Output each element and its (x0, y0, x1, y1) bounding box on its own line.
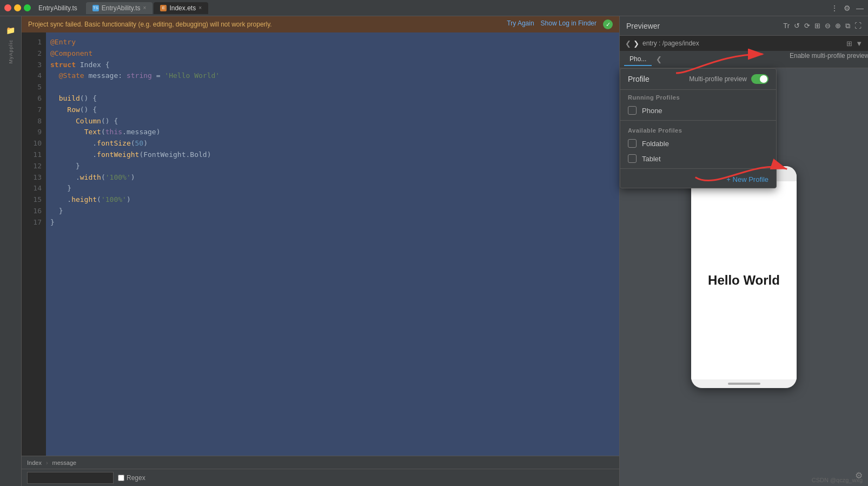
previewer-path-bar: ❮ ❯ entry : /pages/index ⊞ ▼ (620, 36, 868, 51)
settings-icon[interactable]: ⚙ (844, 4, 851, 12)
tab-index-ets[interactable]: E Index.ets × (154, 2, 208, 14)
tab-close-entry[interactable]: × (143, 5, 147, 11)
minimize-button[interactable]: − (14, 4, 21, 11)
tablet-checkbox[interactable] (628, 154, 637, 163)
previewer-title: Previewer (626, 22, 660, 30)
editor-area: Project sync failed. Basic functionality… (22, 16, 619, 486)
line-numbers: 1 2 3 4 5 6 7 8 9 10 11 12 13 14 15 16 1… (22, 32, 46, 456)
sidebar-label: MyApplic (8, 40, 14, 64)
breadcrumb-sep: › (46, 459, 48, 466)
profile-tab-label: Pho... (630, 55, 646, 63)
code-editor[interactable]: 1 2 3 4 5 6 7 8 9 10 11 12 13 14 15 16 1… (22, 32, 619, 456)
phone-label: Phone (642, 107, 662, 115)
search-input[interactable] (27, 472, 114, 484)
bottom-search-bar: Regex (22, 469, 619, 486)
status-bar: Index › message (22, 456, 619, 469)
tablet-label: Tablet (642, 155, 661, 163)
path-nav: ❮ ❯ (625, 40, 639, 48)
fullscreen-icon[interactable]: ⛶ (854, 22, 862, 30)
nav-left-icon[interactable]: ❮ (625, 40, 631, 48)
code-line-13: .width('100%') (46, 172, 619, 183)
code-line-5 (46, 82, 619, 93)
dropdown-item-tablet[interactable]: Tablet (620, 151, 776, 166)
try-again-button[interactable]: Try Again (507, 19, 534, 29)
dropdown-header: Profile Multi-profile preview (620, 69, 776, 90)
nav-right-icon[interactable]: ❯ (633, 40, 639, 48)
notification-message: Project sync failed. Basic functionality… (28, 21, 272, 28)
grid-view-icon[interactable]: ⊞ (846, 40, 852, 48)
code-line-2: @Component (46, 48, 619, 60)
dropdown-item-foldable[interactable]: Foldable (620, 136, 776, 151)
project-icon: 📁 (3, 23, 18, 38)
enable-multi-label: Enable multi-profile preview (790, 52, 868, 60)
multi-profile-section: Multi-profile preview (689, 74, 768, 84)
tab-label-index: Index.ets (169, 4, 196, 12)
code-line-1: @Entry (46, 37, 619, 48)
running-profiles-section: Running Profiles (620, 90, 776, 103)
notification-actions: Try Again Show Log in Finder ✓ (507, 19, 613, 29)
title-bar-right: ⋮ ⚙ — (831, 4, 864, 12)
device-frame: Hello World (691, 166, 797, 388)
new-profile-button[interactable]: + New Profile (620, 171, 776, 188)
hello-world-text: Hello World (708, 273, 780, 288)
editor-tabs: TS EntryAbility.ts × E Index.ets × (86, 2, 208, 14)
code-line-14: } (46, 183, 619, 194)
zoom-in-icon[interactable]: ⊕ (835, 22, 841, 30)
minus-icon[interactable]: — (856, 4, 864, 12)
multi-profile-toggle[interactable] (751, 74, 768, 84)
code-line-10: .fontSize(50) (46, 138, 619, 149)
main-layout: 📁 MyApplic Project sync failed. Basic fu… (0, 16, 868, 486)
tr-icon[interactable]: Tr (783, 22, 790, 30)
close-button[interactable]: × (4, 4, 11, 11)
regex-checkbox[interactable] (118, 475, 124, 481)
code-line-7: Row() { (46, 104, 619, 116)
code-lines[interactable]: @Entry @Component struct Index { @State … (46, 32, 619, 456)
dropdown-arrow-icon[interactable]: ▼ (856, 40, 863, 48)
code-line-4: @State message: string = 'Hello World' (46, 70, 619, 82)
tab-label-entry: EntryAbility.ts (102, 4, 141, 12)
rotate-icon[interactable]: ⟳ (804, 22, 810, 30)
title-bar: × − □ EntryAbility.ts TS EntryAbility.ts… (0, 0, 868, 16)
app-title: EntryAbility.ts (38, 4, 77, 12)
tab-icon-ets: E (160, 5, 167, 11)
regex-label-text: Regex (127, 474, 145, 482)
code-line-6: build() { (46, 93, 619, 104)
refresh-icon[interactable]: ↺ (794, 22, 800, 30)
code-line-16: } (46, 206, 619, 217)
grid-icon[interactable]: ⊞ (814, 22, 820, 30)
device-screen: Hello World (691, 181, 797, 379)
phone-checkbox[interactable] (628, 106, 637, 115)
available-profiles-section: Available Profiles (620, 123, 776, 136)
tab-entry-ability[interactable]: TS EntryAbility.ts × (86, 2, 153, 14)
tab-left-arrow[interactable]: ❮ (656, 55, 662, 63)
regex-label[interactable]: Regex (118, 474, 145, 482)
maximize-button[interactable]: □ (24, 4, 31, 11)
toggle-knob (760, 75, 767, 83)
watermark: CSDN @qczg_wxg (812, 477, 863, 483)
code-line-15: .height('100%') (46, 194, 619, 206)
previewer-tools: Tr ↺ ⟳ ⊞ ⊖ ⊕ ⧉ ⛶ (783, 22, 862, 30)
dropdown-sep (620, 120, 776, 121)
notification-bar: Project sync failed. Basic functionality… (22, 16, 619, 32)
more-options-icon[interactable]: ⋮ (831, 4, 838, 12)
foldable-checkbox[interactable] (628, 139, 637, 148)
foldable-label: Foldable (642, 140, 669, 148)
breadcrumb-message: message (52, 459, 77, 466)
window-controls: × − □ (4, 4, 31, 11)
code-line-12: } (46, 161, 619, 172)
copy-icon[interactable]: ⧉ (845, 22, 850, 30)
dropdown-sep-2 (620, 168, 776, 169)
dropdown-item-phone[interactable]: Phone (620, 103, 776, 118)
multi-profile-label: Multi-profile preview (689, 75, 747, 83)
previewer-path: entry : /pages/index (642, 40, 699, 47)
tab-close-index[interactable]: × (198, 5, 202, 11)
zoom-out-icon[interactable]: ⊖ (825, 22, 831, 30)
left-sidebar: 📁 MyApplic (0, 16, 22, 486)
profile-dropdown: Profile Multi-profile preview Running Pr… (620, 68, 777, 188)
code-line-17: } (46, 217, 619, 228)
profile-tab-phone[interactable]: Pho... (624, 53, 652, 66)
show-log-button[interactable]: Show Log in Finder (541, 19, 597, 29)
sidebar-item-project[interactable]: 📁 MyApplic (1, 21, 21, 66)
tab-icon-ts: TS (92, 5, 99, 11)
dropdown-title: Profile (628, 75, 650, 83)
